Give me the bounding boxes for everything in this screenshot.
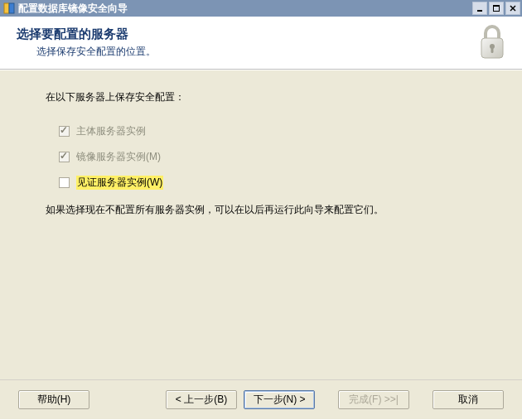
svg-rect-9 (491, 47, 494, 53)
checkbox-witness[interactable] (59, 177, 70, 188)
app-icon (3, 2, 15, 14)
note-text: 如果选择现在不配置所有服务器实例，可以在以后再运行此向导来配置它们。 (46, 203, 505, 217)
maximize-button[interactable] (489, 2, 504, 15)
page-subtitle: 选择保存安全配置的位置。 (17, 45, 476, 59)
wizard-footer: 帮助(H) < 上一步(B) 下一步(N) > 完成(F) >>| 取消 (0, 379, 522, 419)
label-principal: 主体服务器实例 (76, 124, 146, 138)
svg-rect-4 (493, 5, 500, 7)
wizard-header: 选择要配置的服务器 选择保存安全配置的位置。 (0, 17, 522, 70)
page-title: 选择要配置的服务器 (17, 27, 476, 42)
label-mirror: 镜像服务器实例(M) (76, 150, 161, 164)
minimize-button[interactable] (472, 2, 487, 15)
option-mirror: 镜像服务器实例(M) (59, 150, 505, 164)
checkbox-principal (59, 126, 70, 137)
wizard-content: 在以下服务器上保存安全配置： 主体服务器实例 镜像服务器实例(M) 见证服务器实… (0, 70, 522, 379)
window-title: 配置数据库镜像安全向导 (18, 2, 471, 16)
cancel-button[interactable]: 取消 (433, 390, 504, 409)
svg-rect-2 (477, 10, 482, 12)
option-principal: 主体服务器实例 (59, 124, 505, 138)
window-controls (471, 2, 520, 15)
lock-icon (476, 23, 509, 63)
svg-rect-0 (4, 3, 9, 13)
checkbox-mirror (59, 152, 70, 162)
finish-button: 完成(F) >>| (338, 390, 409, 409)
next-button[interactable]: 下一步(N) > (244, 390, 315, 409)
label-witness: 见证服务器实例(W) (76, 176, 163, 190)
title-bar: 配置数据库镜像安全向导 (0, 0, 522, 17)
help-button[interactable]: 帮助(H) (18, 390, 89, 409)
option-witness[interactable]: 见证服务器实例(W) (59, 176, 505, 190)
back-button[interactable]: < 上一步(B) (166, 390, 237, 409)
intro-text: 在以下服务器上保存安全配置： (46, 90, 505, 104)
svg-rect-1 (9, 3, 14, 13)
close-button[interactable] (505, 2, 520, 15)
